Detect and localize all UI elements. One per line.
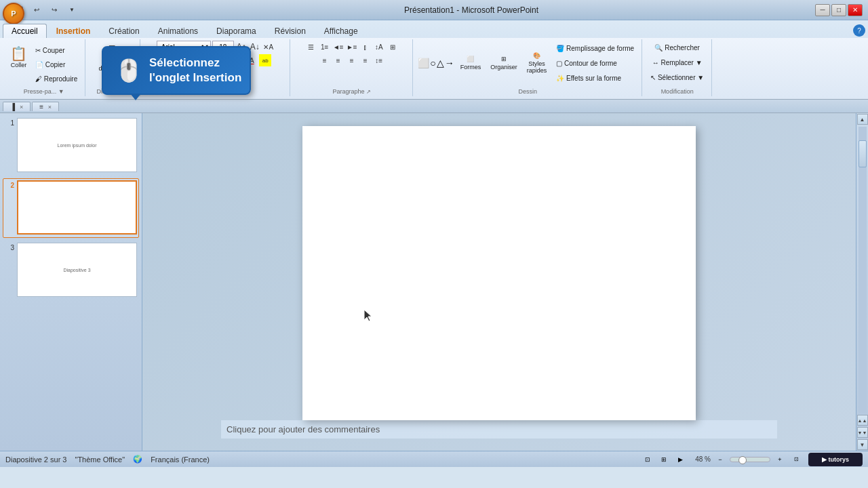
- slide-info: Diapositive 2 sur 3: [5, 455, 67, 464]
- close-button[interactable]: ✕: [848, 4, 863, 16]
- tab-diaporama[interactable]: Diaporama: [208, 24, 265, 38]
- tabs-strip: ▐ × ≡ ×: [0, 100, 868, 113]
- group-dessin-label: Dessin: [414, 88, 642, 95]
- scroll-down-button[interactable]: ▼: [857, 439, 868, 450]
- tooltip-box: 🖱️ Sélectionnez l'onglet Insertion: [102, 46, 251, 95]
- office-button[interactable]: P: [3, 3, 24, 24]
- increase-indent-button[interactable]: ►≡: [346, 41, 358, 53]
- tooltip-overlay: 🖱️ Sélectionnez l'onglet Insertion: [102, 46, 251, 95]
- decrease-indent-button[interactable]: ◄≡: [332, 41, 344, 53]
- slides-panel: 1 Lorem ipsum dolor 2 3 Diapositive 3: [0, 113, 142, 451]
- effets-button[interactable]: ✨ Effets sur la forme: [553, 71, 637, 85]
- main-area: 1 Lorem ipsum dolor 2 3 Diapositive 3: [0, 113, 868, 451]
- shapes-gallery[interactable]: ⬜: [418, 58, 429, 68]
- right-scrollbar: ▲ ▲▲ ▼▼ ▼: [856, 113, 868, 451]
- column-button[interactable]: ⫿: [359, 41, 372, 53]
- quickbar-dropdown[interactable]: ▼: [65, 4, 79, 16]
- coller-button[interactable]: 📋 Coller: [7, 41, 31, 75]
- slide-thumb-2[interactable]: 2: [3, 178, 139, 238]
- cursor: [363, 309, 373, 325]
- organiser-button[interactable]: ⊞ Organiser: [487, 46, 521, 80]
- slide-thumb-3[interactable]: 3 Diapositive 3: [3, 241, 139, 300]
- ribbon-tabs: Accueil Insertion Création Animations Di…: [0, 20, 868, 38]
- scroll-page-up-button[interactable]: ▲▲: [857, 415, 868, 426]
- group-dessin: ⬜ ○ △ → ⬜ Formes ⊞ Organiser 🎨 Stylesr: [414, 39, 642, 96]
- statusbar: Diapositive 2 sur 3 "Thème Office" 🌍 Fra…: [0, 451, 868, 467]
- tooltip-cursor-icon: 🖱️: [115, 60, 142, 81]
- tab-close-2[interactable]: ×: [48, 104, 52, 110]
- tab-accueil[interactable]: Accueil: [3, 24, 47, 38]
- zoom-out-button[interactable]: −: [713, 454, 727, 465]
- contour-button[interactable]: ▢ Contour de forme: [553, 56, 637, 70]
- selectionner-button[interactable]: ↖ Sélectionner ▼: [647, 70, 707, 84]
- slide-preview-2: [17, 180, 137, 235]
- zoom-in-button[interactable]: +: [773, 454, 787, 465]
- status-right: ⊡ ⊞ ▶ 48 % − + ⊡ ▶ tutorys: [641, 453, 863, 466]
- slide-canvas[interactable]: [302, 126, 696, 420]
- line-spacing-button[interactable]: ↕≡: [373, 54, 385, 66]
- slide-preview-3: Diapositive 3: [17, 243, 137, 297]
- canvas-area: Cliquez pour ajouter des commentaires: [142, 113, 856, 451]
- remplissage-button[interactable]: 🪣 Remplissage de forme: [553, 41, 637, 55]
- couper-button[interactable]: ✂ Couper: [32, 43, 81, 57]
- theme-info: "Thème Office": [75, 455, 125, 464]
- group-modification-label: Modification: [643, 88, 711, 95]
- direction-button[interactable]: ↕A: [373, 41, 385, 53]
- rechercher-button[interactable]: 🔍 Rechercher: [651, 41, 703, 54]
- remplacer-button[interactable]: ↔ Remplacer ▼: [649, 56, 706, 69]
- slide-sorter-button[interactable]: ⊞: [657, 454, 671, 465]
- group-presse-papiers: 📋 Coller ✂ Couper 📄 Copier 🖌 Reproduire …: [3, 39, 85, 96]
- slideshow-button[interactable]: ▶: [673, 454, 687, 465]
- minimize-button[interactable]: ─: [815, 4, 830, 16]
- scroll-thumb[interactable]: [859, 140, 867, 167]
- coller-icon: 📋: [10, 47, 27, 60]
- bullets-button[interactable]: ☰: [305, 41, 317, 53]
- slide-preview-1: Lorem ipsum dolor: [17, 118, 137, 172]
- styles-rapides-icon: 🎨: [533, 52, 540, 59]
- scroll-up-button[interactable]: ▲: [857, 114, 868, 125]
- formes-icon: ⬜: [467, 56, 474, 62]
- tab-strip-item-1[interactable]: ▐ ×: [3, 102, 31, 111]
- numbering-button[interactable]: 1≡: [319, 41, 331, 53]
- tab-close-1[interactable]: ×: [20, 104, 23, 110]
- align-center-button[interactable]: ≡: [332, 54, 344, 66]
- zoom-level: 48 %: [695, 455, 711, 463]
- tab-creation[interactable]: Création: [100, 24, 148, 38]
- language-flag: 🌍: [133, 455, 142, 464]
- tab-revision[interactable]: Révision: [266, 24, 315, 38]
- justify-button[interactable]: ≡: [359, 54, 372, 66]
- scroll-track: [859, 127, 867, 413]
- zoom-slider[interactable]: [730, 457, 770, 462]
- reproduire-button[interactable]: 🖌 Reproduire: [32, 72, 81, 85]
- group-modification: 🔍 Rechercher ↔ Remplacer ▼ ↖ Sélectionne…: [643, 39, 712, 96]
- normal-view-button[interactable]: ⊡: [641, 454, 654, 465]
- copier-button[interactable]: 📄 Copier: [32, 58, 81, 71]
- slide-thumb-1[interactable]: 1 Lorem ipsum dolor: [3, 116, 139, 176]
- styles-rapides-button[interactable]: 🎨 Stylesrapides: [524, 46, 551, 80]
- window-title: Présentation1 - Microsoft PowerPoint: [127, 5, 815, 15]
- align-left-button[interactable]: ≡: [319, 54, 331, 66]
- help-button[interactable]: ?: [853, 24, 865, 37]
- align-right-button[interactable]: ≡: [346, 54, 358, 66]
- tab-animations[interactable]: Animations: [149, 24, 207, 38]
- redo-button[interactable]: ↪: [47, 4, 61, 16]
- language-info: Français (France): [151, 455, 210, 464]
- tab-affichage[interactable]: Affichage: [315, 24, 367, 38]
- group-presse-papiers-label: Presse-pa... ▼: [3, 88, 85, 95]
- formes-button[interactable]: ⬜ Formes: [457, 46, 485, 80]
- fit-window-button[interactable]: ⊡: [789, 454, 803, 465]
- tab-strip-item-2[interactable]: ≡ ×: [32, 102, 59, 111]
- undo-button[interactable]: ↩: [30, 4, 43, 16]
- smartart-button[interactable]: ⊞: [387, 41, 399, 53]
- group-paragraphe-label: Paragraphe ↗: [291, 88, 412, 95]
- clear-format-button[interactable]: ✕A: [262, 41, 275, 53]
- scroll-page-down-button[interactable]: ▼▼: [857, 427, 868, 438]
- tab-insertion[interactable]: Insertion: [47, 24, 100, 38]
- restore-button[interactable]: □: [831, 4, 846, 16]
- titlebar: P 💾 ↩ ↪ ▼ Présentation1 - Microsoft Powe…: [0, 0, 868, 20]
- zoom-thumb[interactable]: [738, 456, 747, 464]
- comment-bar[interactable]: Cliquez pour ajouter des commentaires: [221, 420, 777, 439]
- organiser-icon: ⊞: [501, 56, 507, 62]
- font-highlight-button[interactable]: ab: [259, 54, 271, 66]
- tutorys-logo: ▶ tutorys: [808, 453, 863, 466]
